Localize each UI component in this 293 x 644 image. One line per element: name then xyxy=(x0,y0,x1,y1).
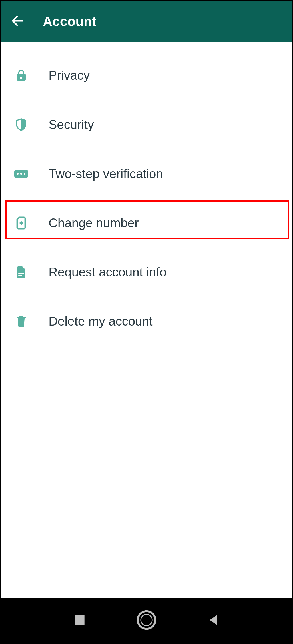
trash-icon xyxy=(13,314,30,328)
settings-item-request-info[interactable]: Request account info xyxy=(1,248,292,297)
settings-item-privacy[interactable]: Privacy xyxy=(1,51,292,100)
settings-item-security[interactable]: Security xyxy=(1,100,292,149)
settings-item-label: Privacy xyxy=(49,68,90,83)
circle-icon xyxy=(136,609,157,632)
settings-item-label: Request account info xyxy=(49,265,166,279)
nav-home-button[interactable] xyxy=(134,608,159,633)
page-title: Account xyxy=(43,14,97,29)
square-icon xyxy=(73,613,87,628)
password-dots-icon xyxy=(13,167,30,181)
svg-rect-4 xyxy=(75,615,84,625)
svg-point-2 xyxy=(20,173,22,175)
settings-item-label: Security xyxy=(49,117,94,132)
settings-item-label: Change number xyxy=(49,216,139,230)
svg-point-6 xyxy=(141,614,152,626)
shield-icon xyxy=(13,118,30,131)
svg-point-3 xyxy=(24,173,25,175)
document-icon xyxy=(13,265,30,279)
account-settings-screen: Account Privacy Security Two-step verifi… xyxy=(0,0,293,644)
lock-icon xyxy=(13,69,30,82)
settings-list: Privacy Security Two-step verification C… xyxy=(1,42,292,346)
arrow-left-icon xyxy=(10,13,25,29)
nav-recent-button[interactable] xyxy=(67,608,93,633)
nav-back-button[interactable] xyxy=(200,608,226,633)
back-button[interactable] xyxy=(7,11,28,32)
triangle-left-icon xyxy=(206,613,220,628)
app-bar: Account xyxy=(1,1,292,42)
settings-item-label: Delete my account xyxy=(49,314,152,328)
android-nav-bar xyxy=(1,598,292,643)
settings-item-change-number[interactable]: Change number xyxy=(1,198,292,248)
settings-item-label: Two-step verification xyxy=(49,167,163,181)
settings-item-delete-account[interactable]: Delete my account xyxy=(1,297,292,346)
settings-item-two-step[interactable]: Two-step verification xyxy=(1,149,292,198)
sim-change-icon xyxy=(13,216,30,230)
svg-point-1 xyxy=(17,173,19,175)
